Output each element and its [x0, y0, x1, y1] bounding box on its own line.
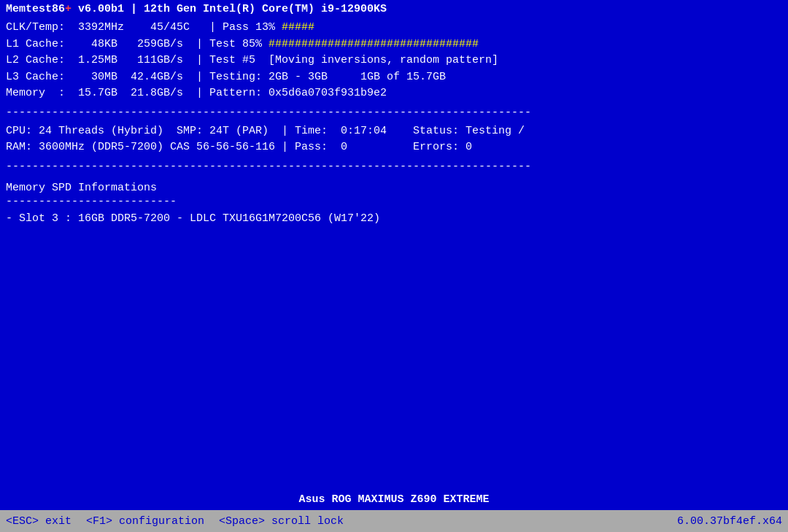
footer-version: 6.00.37bf4ef.x64 — [677, 515, 782, 528]
spd-section: Memory SPD Informations ----------------… — [0, 179, 788, 228]
separator-1: ----------------------------------------… — [0, 104, 788, 122]
f1-button[interactable]: <F1> configuration — [86, 515, 204, 528]
clk-label: CLK/Temp: 3392MHz 45/45C | Pass 13% — [6, 20, 282, 36]
clk-hashes: ##### — [282, 20, 314, 36]
header-sep: | — [124, 3, 144, 15]
spd-title: Memory SPD Informations — [6, 182, 782, 194]
separator-2: ----------------------------------------… — [0, 158, 788, 176]
l1-hashes: ################################ — [269, 36, 479, 53]
l1-row: L1 Cache: 48KB 259GB/s | Test 85% ######… — [6, 36, 782, 53]
clk-row: CLK/Temp: 3392MHz 45/45C | Pass 13% ####… — [6, 20, 782, 36]
version-label: v6.00b1 — [72, 3, 124, 15]
info-section: CLK/Temp: 3392MHz 45/45C | Pass 13% ####… — [0, 18, 788, 104]
brand-plus: + — [65, 3, 72, 15]
header-title: Memtest86+ v6.00b1 | 12th Gen Intel(R) C… — [6, 3, 387, 15]
spd-slot: - Slot 3 : 16GB DDR5-7200 - LDLC TXU16G1… — [6, 212, 782, 225]
memory-content: Memory : 15.7GB 21.8GB/s | Pattern: 0x5d… — [6, 85, 387, 102]
l3-content: L3 Cache: 30MB 42.4GB/s | Testing: 2GB -… — [6, 69, 446, 86]
footer-left: <ESC> exit <F1> configuration <Space> sc… — [6, 515, 344, 528]
footer-brand: Asus ROG MAXIMUS Z690 EXTREME — [0, 493, 788, 506]
space-button[interactable]: <Space> scroll lock — [219, 515, 344, 528]
l2-row: L2 Cache: 1.25MB 111GB/s | Test #5 [Movi… — [6, 53, 782, 69]
footer-bar: <ESC> exit <F1> configuration <Space> sc… — [0, 510, 788, 532]
cpu-info: 12th Gen Intel(R) Core(TM) i9-12900KS — [144, 3, 387, 15]
memtest-screen: Memtest86+ v6.00b1 | 12th Gen Intel(R) C… — [0, 0, 788, 532]
l3-row: L3 Cache: 30MB 42.4GB/s | Testing: 2GB -… — [6, 69, 782, 86]
l2-content: L2 Cache: 1.25MB 111GB/s | Test #5 [Movi… — [6, 53, 498, 69]
memory-row: Memory : 15.7GB 21.8GB/s | Pattern: 0x5d… — [6, 85, 782, 102]
status-section: CPU: 24 Threads (Hybrid) SMP: 24T (PAR) … — [0, 122, 788, 158]
brand-name: Memtest86 — [6, 3, 65, 15]
cpu-status-row: CPU: 24 Threads (Hybrid) SMP: 24T (PAR) … — [6, 123, 782, 140]
header-bar: Memtest86+ v6.00b1 | 12th Gen Intel(R) C… — [0, 0, 788, 18]
ram-status-row: RAM: 3600MHz (DDR5-7200) CAS 56-56-56-11… — [6, 139, 782, 156]
esc-button[interactable]: <ESC> exit — [6, 515, 72, 528]
spd-separator: -------------------------- — [6, 196, 782, 208]
l1-label: L1 Cache: 48KB 259GB/s | Test 85% — [6, 36, 269, 53]
